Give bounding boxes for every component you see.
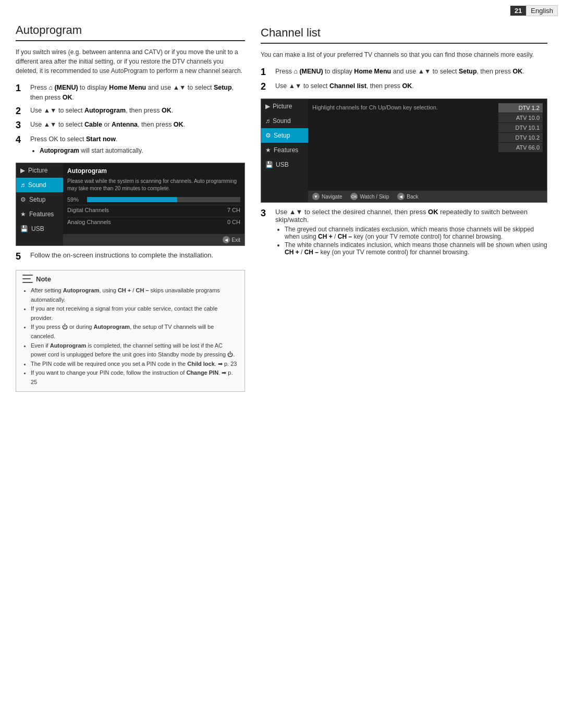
step-number-1: 1 [16,83,27,94]
ch-sidebar-setup: ⚙ Setup [261,128,308,143]
tv-exit-label: Exit [231,237,240,243]
page-language: English [526,5,558,16]
ch-channel-atv100: ATV 10.0 [498,113,543,122]
ch-instruction-text: Highlight channels for Ch Up/Down key se… [312,103,494,112]
tv-progress-bar-fill [87,197,177,202]
note-box: Note After setting Autoprogram, using CH… [16,270,245,392]
sidebar-setup: ⚙ Setup [16,192,63,207]
ch-sound-label: Sound [273,117,291,125]
tv-footer-exit: ◀ Exit [223,236,240,243]
usb-icon: 💾 [20,225,28,232]
ch-picture-label: Picture [273,103,292,110]
note-item-6: If you want to change your PIN code, fol… [31,368,238,387]
ch-setup-label: Setup [274,132,290,139]
step-5-row: 5 Follow the on-screen instructions to c… [16,251,245,263]
step-4: 4 Press OK to select Start now. Autoprog… [16,134,245,157]
features-icon: ★ [20,211,26,218]
ch-step-number-3: 3 [261,208,272,219]
ch-navigate-label: Navigate [322,194,342,200]
tv-progress-row: 59% [67,196,240,203]
sidebar-features-label: Features [29,211,54,218]
autoprogram-tv-screenshot: ▶ Picture ♬ Sound ⚙ Setup ★ Features 💾 [16,163,245,246]
back-circle-icon: ◀ [223,236,230,243]
ch-usb-icon: 💾 [265,161,273,168]
step-3: 3 Use ▲▼ to select Cable or Antenna, the… [16,120,245,131]
ch-picture-icon: ▶ [265,103,270,110]
ch-channel-dtv12: DTV 1.2 [498,103,543,113]
step-text-2: Use ▲▼ to select Autoprogram, then press… [30,106,245,116]
tv-footer: ◀ Exit [63,234,244,245]
ch-step-number-2: 2 [261,81,272,93]
note-title: Note [36,275,51,283]
ch-tv-sidebar: ▶ Picture ♬ Sound ⚙ Setup ★ Features 💾 [261,99,308,202]
step-5-text: Follow the on-screen instructions to com… [30,251,245,259]
ch-setup-icon: ⚙ [265,132,271,139]
ch-channel-dtv101: DTV 10.1 [498,123,543,132]
note-item-5: The PIN code will be required once you s… [31,360,238,369]
step-2: 2 Use ▲▼ to select Autoprogram, then pre… [16,106,245,117]
autoprogram-title: Autoprogram [16,23,245,41]
page-header: 21 English [510,5,558,16]
ch-features-icon: ★ [265,146,271,154]
step-1: 1 Press ⌂ (MENU) to display Home Menu an… [16,83,245,103]
tv-digital-value: 7 CH [227,207,240,213]
ch-step-text-3: Use ▲▼ to select the desired channel, th… [275,208,547,257]
tv-analog-label: Analog Channels [67,219,111,225]
ch-sidebar-usb: 💾 USB [261,157,308,172]
ch-footer-watch-skip: OK Watch / Skip [350,193,389,200]
ch-sidebar-picture: ▶ Picture [261,99,308,114]
channel-list-steps: 1 Press ⌂ (MENU) to display Home Menu an… [261,67,547,92]
ch-back-icon: ◀ [397,193,405,200]
ch-step-3-bullets: The greyed out channels indicates exclus… [285,226,547,256]
ch-footer-navigate: ▼ Navigate [312,193,342,200]
step-4-sub-item: Autoprogram will start automatically. [40,146,245,155]
tv-analog-channels: Analog Channels 0 CH [67,217,240,227]
step-text-3: Use ▲▼ to select Cable or Antenna, then … [30,120,245,130]
tv-progress-bar-bg [87,197,240,202]
ch-step-1: 1 Press ⌂ (MENU) to display Home Menu an… [261,67,547,78]
note-item-4: Even if Autoprogram is completed, the ch… [31,341,238,360]
tv-sidebar: ▶ Picture ♬ Sound ⚙ Setup ★ Features 💾 [16,163,63,245]
tv-analog-value: 0 CH [227,219,240,225]
ch-watch-skip-label: Watch / Skip [360,194,389,200]
sidebar-picture-label: Picture [28,167,47,174]
autoprogram-steps: 1 Press ⌂ (MENU) to display Home Menu an… [16,83,245,156]
channel-list-section: Channel list You can make a list of your… [261,23,547,392]
sidebar-features: ★ Features [16,207,63,221]
tv-digital-label: Digital Channels [67,207,109,213]
tv-main-area: Autoprogram Please wait while the system… [63,163,244,245]
sound-icon: ♬ [20,181,25,189]
note-item-2: If you are not receiving a signal from y… [31,304,238,323]
ch-step-text-2: Use ▲▼ to select Channel list, then pres… [275,81,547,91]
tv-scanning-text: Please wait while the system is scanning… [67,178,240,192]
note-header: Note [22,275,238,283]
ch-main-area: Highlight channels for Ch Up/Down key se… [308,99,547,202]
tv-autoprogram-title: Autoprogram [67,167,240,175]
ch-features-label: Features [274,146,298,154]
ch-bullet-1: The greyed out channels indicates exclus… [285,226,547,240]
tv-progress-percent: 59% [67,196,83,203]
note-item-3: If you press ⏻ or during Autoprogram, th… [31,323,238,341]
ch-channel-list: DTV 1.2 ATV 10.0 DTV 10.1 DTV 10.2 ATV 6… [498,103,543,198]
step-number-4: 4 [16,134,27,146]
picture-icon: ▶ [20,167,25,174]
ch-channel-atv660: ATV 66.0 [498,143,543,152]
channel-list-tv-screenshot: ▶ Picture ♬ Sound ⚙ Setup ★ Features 💾 [261,98,547,203]
note-icon [22,275,33,283]
channel-list-title: Channel list [261,26,547,44]
step-number-3: 3 [16,120,27,131]
sidebar-sound-label: Sound [28,181,46,189]
note-list: After setting Autoprogram, using CH + / … [31,286,238,387]
note-item-1: After setting Autoprogram, using CH + / … [31,286,238,304]
setup-icon: ⚙ [20,196,26,203]
tv-digital-channels: Digital Channels 7 CH [67,205,240,215]
ok-icon: OK [350,193,358,200]
ch-back-label: Back [407,194,418,200]
ch-step-3-row: 3 Use ▲▼ to select the desired channel, … [261,208,547,257]
sidebar-usb: 💾 USB [16,221,63,236]
autoprogram-section: Autoprogram If you switch wires (e.g. be… [16,23,245,392]
ch-usb-label: USB [276,161,289,168]
step-number-2: 2 [16,106,27,117]
step-4-sub: Autoprogram will start automatically. [40,146,245,155]
ch-step-number-1: 1 [261,67,272,78]
